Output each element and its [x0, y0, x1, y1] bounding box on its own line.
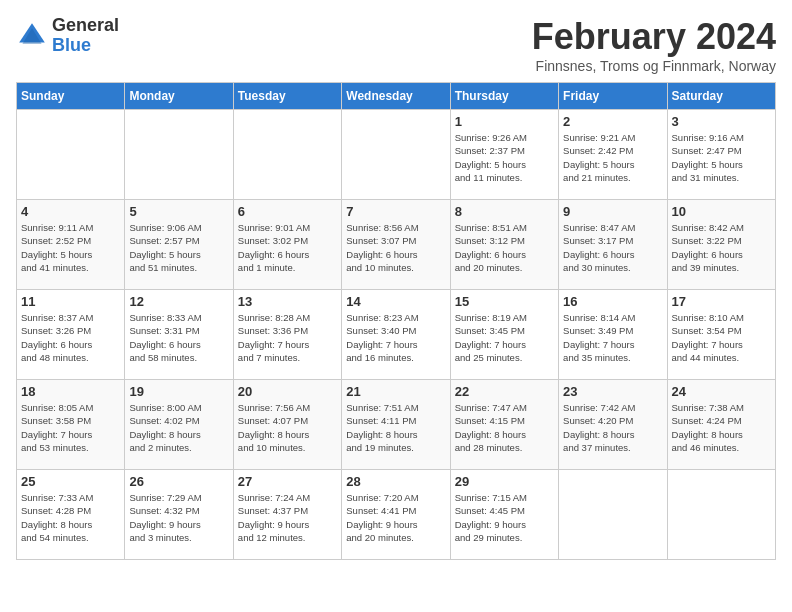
day-info: Sunrise: 8:56 AM Sunset: 3:07 PM Dayligh…	[346, 221, 445, 274]
title-section: February 2024 Finnsnes, Troms og Finnmar…	[532, 16, 776, 74]
day-number: 10	[672, 204, 771, 219]
day-number: 28	[346, 474, 445, 489]
day-number: 23	[563, 384, 662, 399]
day-of-week-header: Tuesday	[233, 83, 341, 110]
day-of-week-header: Sunday	[17, 83, 125, 110]
calendar-cell: 17Sunrise: 8:10 AM Sunset: 3:54 PM Dayli…	[667, 290, 775, 380]
calendar-cell: 1Sunrise: 9:26 AM Sunset: 2:37 PM Daylig…	[450, 110, 558, 200]
day-info: Sunrise: 9:26 AM Sunset: 2:37 PM Dayligh…	[455, 131, 554, 184]
month-title: February 2024	[532, 16, 776, 58]
day-info: Sunrise: 8:19 AM Sunset: 3:45 PM Dayligh…	[455, 311, 554, 364]
calendar-week-row: 18Sunrise: 8:05 AM Sunset: 3:58 PM Dayli…	[17, 380, 776, 470]
calendar-cell	[667, 470, 775, 560]
day-info: Sunrise: 8:47 AM Sunset: 3:17 PM Dayligh…	[563, 221, 662, 274]
day-number: 8	[455, 204, 554, 219]
day-number: 22	[455, 384, 554, 399]
day-info: Sunrise: 7:56 AM Sunset: 4:07 PM Dayligh…	[238, 401, 337, 454]
location-subtitle: Finnsnes, Troms og Finnmark, Norway	[532, 58, 776, 74]
calendar-cell: 20Sunrise: 7:56 AM Sunset: 4:07 PM Dayli…	[233, 380, 341, 470]
day-of-week-header: Saturday	[667, 83, 775, 110]
day-number: 3	[672, 114, 771, 129]
day-info: Sunrise: 7:38 AM Sunset: 4:24 PM Dayligh…	[672, 401, 771, 454]
day-of-week-header: Wednesday	[342, 83, 450, 110]
day-number: 25	[21, 474, 120, 489]
day-info: Sunrise: 9:11 AM Sunset: 2:52 PM Dayligh…	[21, 221, 120, 274]
day-number: 7	[346, 204, 445, 219]
calendar-cell: 29Sunrise: 7:15 AM Sunset: 4:45 PM Dayli…	[450, 470, 558, 560]
calendar-week-row: 11Sunrise: 8:37 AM Sunset: 3:26 PM Dayli…	[17, 290, 776, 380]
day-info: Sunrise: 8:37 AM Sunset: 3:26 PM Dayligh…	[21, 311, 120, 364]
day-info: Sunrise: 7:20 AM Sunset: 4:41 PM Dayligh…	[346, 491, 445, 544]
calendar-cell: 19Sunrise: 8:00 AM Sunset: 4:02 PM Dayli…	[125, 380, 233, 470]
calendar-cell: 26Sunrise: 7:29 AM Sunset: 4:32 PM Dayli…	[125, 470, 233, 560]
calendar-cell: 16Sunrise: 8:14 AM Sunset: 3:49 PM Dayli…	[559, 290, 667, 380]
calendar-cell: 6Sunrise: 9:01 AM Sunset: 3:02 PM Daylig…	[233, 200, 341, 290]
day-number: 14	[346, 294, 445, 309]
calendar-week-row: 1Sunrise: 9:26 AM Sunset: 2:37 PM Daylig…	[17, 110, 776, 200]
day-number: 24	[672, 384, 771, 399]
calendar-cell: 4Sunrise: 9:11 AM Sunset: 2:52 PM Daylig…	[17, 200, 125, 290]
calendar-header: SundayMondayTuesdayWednesdayThursdayFrid…	[17, 83, 776, 110]
calendar-cell: 10Sunrise: 8:42 AM Sunset: 3:22 PM Dayli…	[667, 200, 775, 290]
day-info: Sunrise: 7:47 AM Sunset: 4:15 PM Dayligh…	[455, 401, 554, 454]
calendar-cell: 3Sunrise: 9:16 AM Sunset: 2:47 PM Daylig…	[667, 110, 775, 200]
day-number: 4	[21, 204, 120, 219]
calendar-cell: 23Sunrise: 7:42 AM Sunset: 4:20 PM Dayli…	[559, 380, 667, 470]
calendar-body: 1Sunrise: 9:26 AM Sunset: 2:37 PM Daylig…	[17, 110, 776, 560]
calendar-cell: 11Sunrise: 8:37 AM Sunset: 3:26 PM Dayli…	[17, 290, 125, 380]
calendar-cell: 7Sunrise: 8:56 AM Sunset: 3:07 PM Daylig…	[342, 200, 450, 290]
calendar-cell: 12Sunrise: 8:33 AM Sunset: 3:31 PM Dayli…	[125, 290, 233, 380]
calendar-cell	[342, 110, 450, 200]
calendar-cell: 27Sunrise: 7:24 AM Sunset: 4:37 PM Dayli…	[233, 470, 341, 560]
day-info: Sunrise: 8:51 AM Sunset: 3:12 PM Dayligh…	[455, 221, 554, 274]
day-info: Sunrise: 8:33 AM Sunset: 3:31 PM Dayligh…	[129, 311, 228, 364]
day-number: 12	[129, 294, 228, 309]
day-info: Sunrise: 7:24 AM Sunset: 4:37 PM Dayligh…	[238, 491, 337, 544]
calendar-cell: 8Sunrise: 8:51 AM Sunset: 3:12 PM Daylig…	[450, 200, 558, 290]
day-of-week-header: Monday	[125, 83, 233, 110]
calendar-cell: 24Sunrise: 7:38 AM Sunset: 4:24 PM Dayli…	[667, 380, 775, 470]
day-number: 6	[238, 204, 337, 219]
calendar-week-row: 25Sunrise: 7:33 AM Sunset: 4:28 PM Dayli…	[17, 470, 776, 560]
logo-blue-text: Blue	[52, 36, 119, 56]
calendar-cell: 15Sunrise: 8:19 AM Sunset: 3:45 PM Dayli…	[450, 290, 558, 380]
day-number: 9	[563, 204, 662, 219]
calendar-week-row: 4Sunrise: 9:11 AM Sunset: 2:52 PM Daylig…	[17, 200, 776, 290]
day-number: 15	[455, 294, 554, 309]
day-number: 13	[238, 294, 337, 309]
day-number: 17	[672, 294, 771, 309]
calendar-cell: 2Sunrise: 9:21 AM Sunset: 2:42 PM Daylig…	[559, 110, 667, 200]
day-of-week-header: Friday	[559, 83, 667, 110]
logo: General Blue	[16, 16, 119, 56]
day-number: 5	[129, 204, 228, 219]
logo-text: General Blue	[52, 16, 119, 56]
calendar: SundayMondayTuesdayWednesdayThursdayFrid…	[16, 82, 776, 560]
logo-icon	[16, 20, 48, 52]
calendar-cell: 18Sunrise: 8:05 AM Sunset: 3:58 PM Dayli…	[17, 380, 125, 470]
day-info: Sunrise: 7:51 AM Sunset: 4:11 PM Dayligh…	[346, 401, 445, 454]
day-number: 26	[129, 474, 228, 489]
calendar-cell: 22Sunrise: 7:47 AM Sunset: 4:15 PM Dayli…	[450, 380, 558, 470]
calendar-cell: 13Sunrise: 8:28 AM Sunset: 3:36 PM Dayli…	[233, 290, 341, 380]
calendar-cell: 5Sunrise: 9:06 AM Sunset: 2:57 PM Daylig…	[125, 200, 233, 290]
day-info: Sunrise: 8:28 AM Sunset: 3:36 PM Dayligh…	[238, 311, 337, 364]
day-number: 11	[21, 294, 120, 309]
calendar-cell: 9Sunrise: 8:47 AM Sunset: 3:17 PM Daylig…	[559, 200, 667, 290]
calendar-cell	[233, 110, 341, 200]
day-info: Sunrise: 9:01 AM Sunset: 3:02 PM Dayligh…	[238, 221, 337, 274]
day-info: Sunrise: 7:42 AM Sunset: 4:20 PM Dayligh…	[563, 401, 662, 454]
day-number: 27	[238, 474, 337, 489]
day-info: Sunrise: 9:21 AM Sunset: 2:42 PM Dayligh…	[563, 131, 662, 184]
day-info: Sunrise: 8:00 AM Sunset: 4:02 PM Dayligh…	[129, 401, 228, 454]
header: General Blue February 2024 Finnsnes, Tro…	[16, 16, 776, 74]
day-info: Sunrise: 7:29 AM Sunset: 4:32 PM Dayligh…	[129, 491, 228, 544]
calendar-cell: 25Sunrise: 7:33 AM Sunset: 4:28 PM Dayli…	[17, 470, 125, 560]
logo-general-text: General	[52, 16, 119, 36]
day-info: Sunrise: 8:05 AM Sunset: 3:58 PM Dayligh…	[21, 401, 120, 454]
day-number: 18	[21, 384, 120, 399]
calendar-cell: 14Sunrise: 8:23 AM Sunset: 3:40 PM Dayli…	[342, 290, 450, 380]
calendar-cell: 28Sunrise: 7:20 AM Sunset: 4:41 PM Dayli…	[342, 470, 450, 560]
day-number: 1	[455, 114, 554, 129]
header-row: SundayMondayTuesdayWednesdayThursdayFrid…	[17, 83, 776, 110]
day-number: 19	[129, 384, 228, 399]
